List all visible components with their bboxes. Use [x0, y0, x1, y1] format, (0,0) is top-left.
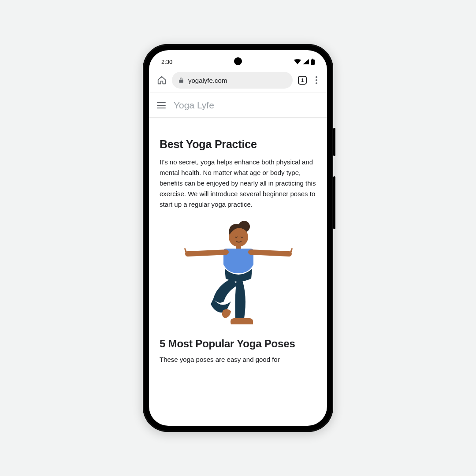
tab-count: 1 — [301, 78, 304, 83]
phone-frame: 2:30 yogalyfe.com 1 — [143, 44, 333, 432]
wifi-icon — [294, 59, 301, 64]
status-time: 2:30 — [161, 59, 172, 65]
browser-toolbar: yogalyfe.com 1 — [149, 68, 327, 93]
status-icons — [294, 59, 315, 65]
phone-side-button — [333, 128, 335, 156]
tab-switcher[interactable]: 1 — [298, 76, 307, 85]
article-intro: It's no secret, yoga helps enhance both … — [160, 157, 316, 210]
overflow-menu-icon[interactable] — [312, 76, 321, 85]
hamburger-menu-icon[interactable] — [157, 102, 166, 108]
camera-punch-hole — [234, 57, 242, 65]
lock-icon — [178, 77, 184, 83]
site-title: Yoga Lyfe — [174, 100, 214, 111]
phone-side-button — [333, 176, 335, 229]
article-content[interactable]: Best Yoga Practice It's no secret, yoga … — [149, 118, 327, 365]
article-subheading: 5 Most Popular Yoga Poses — [160, 338, 316, 350]
phone-screen: 2:30 yogalyfe.com 1 — [149, 50, 327, 426]
yoga-illustration — [160, 217, 316, 331]
article-heading: Best Yoga Practice — [160, 138, 316, 151]
svg-rect-0 — [311, 60, 315, 65]
site-header: Yoga Lyfe — [149, 93, 327, 118]
article-subtext: These yoga poses are easy and good for — [160, 354, 316, 365]
home-icon[interactable] — [157, 75, 167, 85]
address-bar-text: yogalyfe.com — [188, 77, 227, 84]
cellular-icon — [303, 59, 309, 64]
address-bar[interactable]: yogalyfe.com — [172, 72, 293, 89]
svg-rect-1 — [312, 59, 313, 60]
battery-icon — [311, 59, 315, 65]
